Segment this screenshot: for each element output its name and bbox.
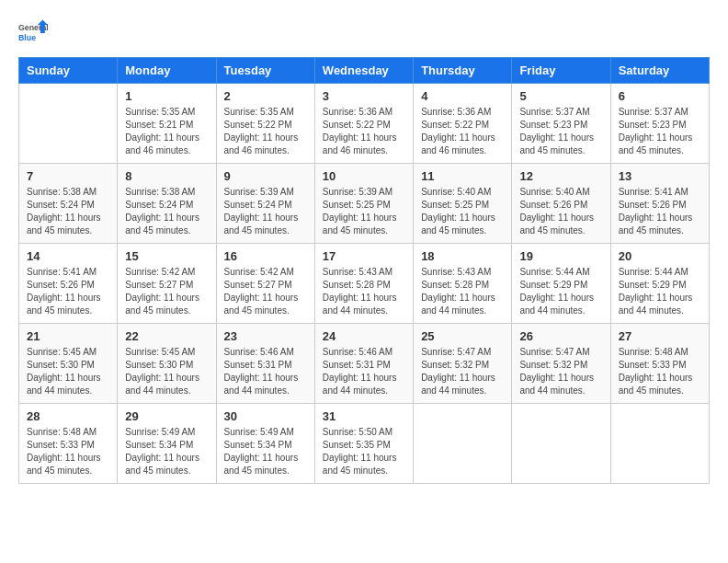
day-info: Sunrise: 5:37 AM Sunset: 5:23 PM Dayligh… xyxy=(619,106,701,157)
day-info: Sunrise: 5:47 AM Sunset: 5:32 PM Dayligh… xyxy=(519,346,602,397)
calendar-cell: 26Sunrise: 5:47 AM Sunset: 5:32 PM Dayli… xyxy=(512,324,610,404)
day-number: 13 xyxy=(619,169,701,183)
calendar-cell: 25Sunrise: 5:47 AM Sunset: 5:32 PM Dayli… xyxy=(414,324,512,404)
day-info: Sunrise: 5:42 AM Sunset: 5:27 PM Dayligh… xyxy=(224,266,307,317)
day-number: 31 xyxy=(323,409,405,423)
day-number: 10 xyxy=(323,169,405,183)
calendar-cell: 13Sunrise: 5:41 AM Sunset: 5:26 PM Dayli… xyxy=(610,164,709,244)
day-info: Sunrise: 5:39 AM Sunset: 5:25 PM Dayligh… xyxy=(323,186,405,237)
day-info: Sunrise: 5:46 AM Sunset: 5:31 PM Dayligh… xyxy=(323,346,405,397)
calendar-cell xyxy=(610,404,709,484)
calendar-cell xyxy=(19,84,118,164)
day-info: Sunrise: 5:35 AM Sunset: 5:21 PM Dayligh… xyxy=(125,106,208,157)
day-info: Sunrise: 5:43 AM Sunset: 5:28 PM Dayligh… xyxy=(323,266,405,317)
logo-icon: General Blue xyxy=(18,18,48,48)
day-number: 26 xyxy=(519,329,602,343)
day-info: Sunrise: 5:40 AM Sunset: 5:25 PM Dayligh… xyxy=(421,186,504,237)
day-number: 2 xyxy=(224,89,307,103)
day-number: 19 xyxy=(519,249,602,263)
day-info: Sunrise: 5:40 AM Sunset: 5:26 PM Dayligh… xyxy=(519,186,602,237)
page-header: General Blue xyxy=(18,18,710,48)
day-number: 27 xyxy=(619,329,701,343)
weekday-header-tuesday: Tuesday xyxy=(216,58,314,84)
calendar-cell: 28Sunrise: 5:48 AM Sunset: 5:33 PM Dayli… xyxy=(19,404,118,484)
day-number: 24 xyxy=(323,329,405,343)
calendar-cell: 8Sunrise: 5:38 AM Sunset: 5:24 PM Daylig… xyxy=(118,164,216,244)
calendar-cell: 29Sunrise: 5:49 AM Sunset: 5:34 PM Dayli… xyxy=(118,404,216,484)
calendar-week-2: 7Sunrise: 5:38 AM Sunset: 5:24 PM Daylig… xyxy=(19,164,710,244)
calendar-cell: 3Sunrise: 5:36 AM Sunset: 5:22 PM Daylig… xyxy=(314,84,413,164)
calendar-cell: 10Sunrise: 5:39 AM Sunset: 5:25 PM Dayli… xyxy=(314,164,413,244)
day-info: Sunrise: 5:42 AM Sunset: 5:27 PM Dayligh… xyxy=(125,266,208,317)
logo: General Blue xyxy=(18,18,48,48)
day-number: 11 xyxy=(421,169,504,183)
calendar-cell: 14Sunrise: 5:41 AM Sunset: 5:26 PM Dayli… xyxy=(19,244,118,324)
calendar-cell: 18Sunrise: 5:43 AM Sunset: 5:28 PM Dayli… xyxy=(414,244,512,324)
day-info: Sunrise: 5:38 AM Sunset: 5:24 PM Dayligh… xyxy=(27,186,109,237)
day-number: 4 xyxy=(421,89,504,103)
day-number: 21 xyxy=(27,329,109,343)
calendar-week-5: 28Sunrise: 5:48 AM Sunset: 5:33 PM Dayli… xyxy=(19,404,710,484)
day-info: Sunrise: 5:41 AM Sunset: 5:26 PM Dayligh… xyxy=(619,186,701,237)
calendar-cell: 21Sunrise: 5:45 AM Sunset: 5:30 PM Dayli… xyxy=(19,324,118,404)
day-number: 16 xyxy=(224,249,307,263)
calendar-cell: 12Sunrise: 5:40 AM Sunset: 5:26 PM Dayli… xyxy=(512,164,610,244)
calendar-cell: 19Sunrise: 5:44 AM Sunset: 5:29 PM Dayli… xyxy=(512,244,610,324)
day-info: Sunrise: 5:49 AM Sunset: 5:34 PM Dayligh… xyxy=(224,426,307,477)
calendar-cell: 20Sunrise: 5:44 AM Sunset: 5:29 PM Dayli… xyxy=(610,244,709,324)
day-number: 30 xyxy=(224,409,307,423)
calendar-cell: 11Sunrise: 5:40 AM Sunset: 5:25 PM Dayli… xyxy=(414,164,512,244)
calendar-cell: 30Sunrise: 5:49 AM Sunset: 5:34 PM Dayli… xyxy=(216,404,314,484)
weekday-header-row: SundayMondayTuesdayWednesdayThursdayFrid… xyxy=(19,58,710,84)
day-number: 28 xyxy=(27,409,109,423)
calendar-cell: 1Sunrise: 5:35 AM Sunset: 5:21 PM Daylig… xyxy=(118,84,216,164)
calendar-cell: 17Sunrise: 5:43 AM Sunset: 5:28 PM Dayli… xyxy=(314,244,413,324)
calendar-cell: 7Sunrise: 5:38 AM Sunset: 5:24 PM Daylig… xyxy=(19,164,118,244)
calendar-cell: 15Sunrise: 5:42 AM Sunset: 5:27 PM Dayli… xyxy=(118,244,216,324)
day-info: Sunrise: 5:44 AM Sunset: 5:29 PM Dayligh… xyxy=(619,266,701,317)
calendar-cell: 4Sunrise: 5:36 AM Sunset: 5:22 PM Daylig… xyxy=(414,84,512,164)
day-info: Sunrise: 5:41 AM Sunset: 5:26 PM Dayligh… xyxy=(27,266,109,317)
day-number: 17 xyxy=(323,249,405,263)
calendar-cell: 22Sunrise: 5:45 AM Sunset: 5:30 PM Dayli… xyxy=(118,324,216,404)
day-info: Sunrise: 5:48 AM Sunset: 5:33 PM Dayligh… xyxy=(619,346,701,397)
day-info: Sunrise: 5:36 AM Sunset: 5:22 PM Dayligh… xyxy=(323,106,405,157)
day-info: Sunrise: 5:47 AM Sunset: 5:32 PM Dayligh… xyxy=(421,346,504,397)
day-number: 5 xyxy=(519,89,602,103)
day-number: 20 xyxy=(619,249,701,263)
day-number: 23 xyxy=(224,329,307,343)
calendar-cell xyxy=(414,404,512,484)
day-number: 3 xyxy=(323,89,405,103)
calendar-cell: 23Sunrise: 5:46 AM Sunset: 5:31 PM Dayli… xyxy=(216,324,314,404)
calendar-cell xyxy=(512,404,610,484)
calendar-table: SundayMondayTuesdayWednesdayThursdayFrid… xyxy=(18,57,710,484)
day-info: Sunrise: 5:45 AM Sunset: 5:30 PM Dayligh… xyxy=(27,346,109,397)
day-number: 1 xyxy=(125,89,208,103)
weekday-header-monday: Monday xyxy=(118,58,216,84)
day-info: Sunrise: 5:45 AM Sunset: 5:30 PM Dayligh… xyxy=(125,346,208,397)
day-number: 12 xyxy=(519,169,602,183)
calendar-week-4: 21Sunrise: 5:45 AM Sunset: 5:30 PM Dayli… xyxy=(19,324,710,404)
weekday-header-sunday: Sunday xyxy=(19,58,118,84)
svg-text:Blue: Blue xyxy=(18,33,36,42)
day-info: Sunrise: 5:37 AM Sunset: 5:23 PM Dayligh… xyxy=(519,106,602,157)
day-number: 22 xyxy=(125,329,208,343)
day-info: Sunrise: 5:49 AM Sunset: 5:34 PM Dayligh… xyxy=(125,426,208,477)
calendar-week-3: 14Sunrise: 5:41 AM Sunset: 5:26 PM Dayli… xyxy=(19,244,710,324)
weekday-header-thursday: Thursday xyxy=(414,58,512,84)
weekday-header-wednesday: Wednesday xyxy=(314,58,413,84)
day-number: 18 xyxy=(421,249,504,263)
day-info: Sunrise: 5:36 AM Sunset: 5:22 PM Dayligh… xyxy=(421,106,504,157)
day-number: 7 xyxy=(27,169,109,183)
calendar-week-1: 1Sunrise: 5:35 AM Sunset: 5:21 PM Daylig… xyxy=(19,84,710,164)
calendar-cell: 24Sunrise: 5:46 AM Sunset: 5:31 PM Dayli… xyxy=(314,324,413,404)
calendar-cell: 2Sunrise: 5:35 AM Sunset: 5:22 PM Daylig… xyxy=(216,84,314,164)
day-number: 14 xyxy=(27,249,109,263)
calendar-cell: 31Sunrise: 5:50 AM Sunset: 5:35 PM Dayli… xyxy=(314,404,413,484)
calendar-cell: 16Sunrise: 5:42 AM Sunset: 5:27 PM Dayli… xyxy=(216,244,314,324)
day-number: 15 xyxy=(125,249,208,263)
calendar-cell: 6Sunrise: 5:37 AM Sunset: 5:23 PM Daylig… xyxy=(610,84,709,164)
day-number: 29 xyxy=(125,409,208,423)
day-info: Sunrise: 5:39 AM Sunset: 5:24 PM Dayligh… xyxy=(224,186,307,237)
day-info: Sunrise: 5:48 AM Sunset: 5:33 PM Dayligh… xyxy=(27,426,109,477)
